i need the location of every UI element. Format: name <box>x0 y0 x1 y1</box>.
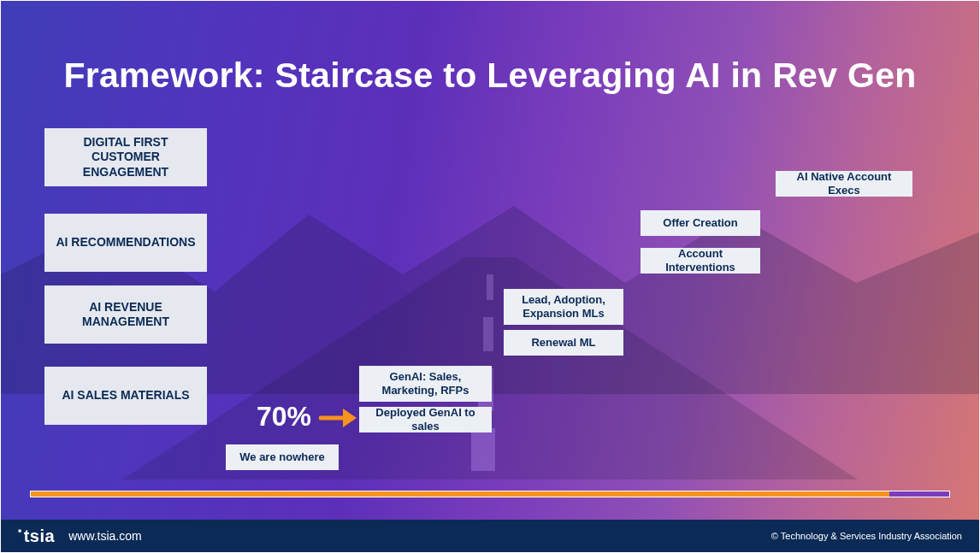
step0-label: We are nowhere <box>226 444 339 470</box>
footer-copyright: © Technology & Services Industry Associa… <box>771 531 962 541</box>
logo: • tsia <box>18 527 55 546</box>
step1-percent: 70% <box>257 401 311 432</box>
svg-rect-4 <box>471 428 495 471</box>
step2-bottom: Renewal ML <box>504 330 623 356</box>
step1-top: GenAI: Sales, Marketing, RFPs <box>359 366 492 402</box>
footer-website: www.tsia.com <box>68 529 142 543</box>
progress-bar <box>30 491 950 497</box>
progress-bar-fill <box>31 491 889 497</box>
svg-rect-1 <box>487 274 493 300</box>
svg-marker-6 <box>343 409 357 427</box>
step2-top: Lead, Adoption, Expansion MLs <box>504 289 623 325</box>
logo-dot-icon: • <box>18 525 22 537</box>
category-digital-first: DIGITAL FIRST CUSTOMER ENGAGEMENT <box>44 128 207 186</box>
arrow-right-icon <box>319 406 357 430</box>
step1-bottom: Deployed GenAI to sales <box>359 407 492 432</box>
step3-top: Offer Creation <box>641 210 760 236</box>
logo-text: tsia <box>24 527 55 546</box>
svg-rect-2 <box>483 317 493 351</box>
footer-left: • tsia www.tsia.com <box>18 527 142 546</box>
category-ai-sales-materials: AI SALES MATERIALS <box>44 367 207 425</box>
step3-bottom: Account Interventions <box>641 248 760 274</box>
slide-title: Framework: Staircase to Leveraging AI in… <box>1 56 979 96</box>
slide: Framework: Staircase to Leveraging AI in… <box>0 0 980 553</box>
category-ai-recommendations: AI RECOMMENDATIONS <box>44 214 207 272</box>
category-ai-revenue-mgmt: AI REVENUE MANAGEMENT <box>44 285 207 344</box>
footer: • tsia www.tsia.com © Technology & Servi… <box>1 520 979 552</box>
step4-label: AI Native Account Execs <box>776 171 912 197</box>
